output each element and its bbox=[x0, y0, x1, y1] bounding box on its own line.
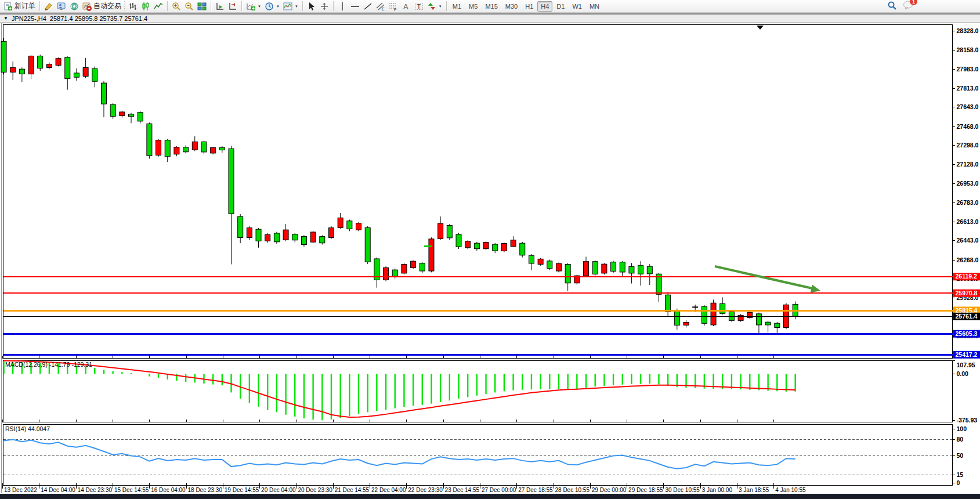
svg-text:4 Jan 10:55: 4 Jan 10:55 bbox=[775, 487, 806, 493]
chart-area[interactable]: 28328.028158.027983.027813.027643.027468… bbox=[0, 0, 980, 499]
svg-text:50: 50 bbox=[957, 452, 964, 459]
svg-text:28328.0: 28328.0 bbox=[957, 27, 979, 34]
svg-text:25761.4: 25761.4 bbox=[956, 313, 978, 320]
svg-text:3 Jan 18:55: 3 Jan 18:55 bbox=[739, 487, 769, 493]
svg-text:23 Dec 14:55: 23 Dec 14:55 bbox=[445, 487, 480, 493]
svg-text:26443.0: 26443.0 bbox=[957, 237, 979, 244]
svg-text:100: 100 bbox=[957, 425, 967, 432]
svg-text:107.95: 107.95 bbox=[957, 361, 975, 368]
svg-text:26119.2: 26119.2 bbox=[956, 273, 978, 280]
svg-text:15 Dec 14:55: 15 Dec 14:55 bbox=[114, 487, 149, 493]
svg-text:22 Dec 04:00: 22 Dec 04:00 bbox=[371, 487, 406, 493]
svg-text:13 Dec 2022: 13 Dec 2022 bbox=[4, 487, 37, 493]
svg-text:16 Dec 04:00: 16 Dec 04:00 bbox=[151, 487, 186, 493]
svg-text:80: 80 bbox=[957, 436, 964, 443]
svg-text:25417.2: 25417.2 bbox=[956, 351, 978, 358]
svg-text:27 Dec 18:55: 27 Dec 18:55 bbox=[518, 487, 553, 493]
svg-text:20 Dec 23:30: 20 Dec 23:30 bbox=[298, 487, 332, 493]
svg-text:29 Dec 18:55: 29 Dec 18:55 bbox=[628, 487, 663, 493]
svg-text:27298.0: 27298.0 bbox=[957, 142, 979, 149]
svg-text:29 Dec 00:00: 29 Dec 00:00 bbox=[592, 487, 627, 493]
svg-text:26613.0: 26613.0 bbox=[957, 218, 979, 225]
svg-text:26783.0: 26783.0 bbox=[957, 199, 979, 206]
svg-text:28158.0: 28158.0 bbox=[957, 46, 979, 53]
svg-text:RSI(14) 44.0047: RSI(14) 44.0047 bbox=[5, 425, 50, 432]
svg-text:19 Dec 14:55: 19 Dec 14:55 bbox=[225, 487, 259, 493]
svg-text:22 Dec 23:30: 22 Dec 23:30 bbox=[408, 487, 443, 493]
svg-text:14 Dec 04:00: 14 Dec 04:00 bbox=[41, 487, 75, 493]
svg-text:26268.0: 26268.0 bbox=[957, 256, 979, 263]
svg-text:26953.0: 26953.0 bbox=[957, 180, 979, 187]
svg-text:18 Dec 23:30: 18 Dec 23:30 bbox=[188, 487, 223, 493]
svg-text:25605.3: 25605.3 bbox=[956, 330, 978, 337]
svg-text:-375.93: -375.93 bbox=[957, 417, 978, 424]
svg-text:MACD(12,26,9) -141.79 -129.31: MACD(12,26,9) -141.79 -129.31 bbox=[5, 361, 92, 368]
svg-text:0: 0 bbox=[957, 479, 960, 486]
svg-text:0.00: 0.00 bbox=[957, 370, 969, 377]
mt4-window: 新订单 自动交易 bbox=[0, 0, 980, 499]
svg-text:20 Dec 04:00: 20 Dec 04:00 bbox=[261, 487, 296, 493]
svg-text:27 Dec 00:00: 27 Dec 00:00 bbox=[482, 487, 516, 493]
svg-text:27643.0: 27643.0 bbox=[957, 103, 979, 110]
svg-text:15: 15 bbox=[957, 471, 964, 478]
svg-text:21 Dec 14:55: 21 Dec 14:55 bbox=[335, 487, 370, 493]
svg-text:30 Dec 10:55: 30 Dec 10:55 bbox=[665, 487, 700, 493]
svg-text:27128.0: 27128.0 bbox=[957, 161, 979, 168]
svg-text:27983.0: 27983.0 bbox=[957, 66, 979, 73]
svg-text:28 Dec 10:55: 28 Dec 10:55 bbox=[555, 487, 590, 493]
svg-text:25970.8: 25970.8 bbox=[956, 290, 978, 296]
svg-text:27813.0: 27813.0 bbox=[957, 85, 979, 92]
svg-text:3 Jan 00:00: 3 Jan 00:00 bbox=[702, 487, 733, 493]
svg-text:27468.0: 27468.0 bbox=[957, 123, 979, 130]
svg-text:14 Dec 23:30: 14 Dec 23:30 bbox=[78, 487, 113, 493]
